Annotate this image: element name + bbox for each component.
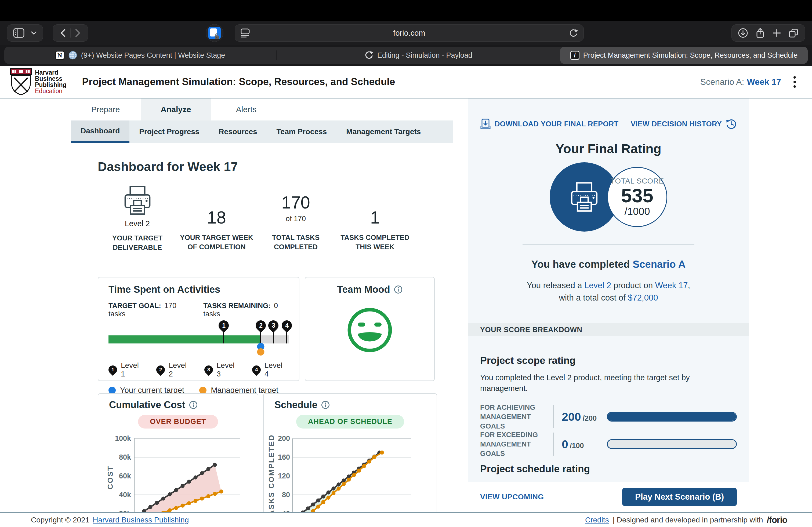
metrics-row: Level 2 YOUR TARGETDELIVERABLE 18 YOUR T… <box>98 188 415 252</box>
downloads-button[interactable] <box>735 25 752 42</box>
hbp-logo-text: Harvard Business Publishing Education <box>35 70 67 94</box>
browser-tab-label: Editing - Simulation - Payload <box>377 51 472 60</box>
metric-subvalue: of 170 <box>286 215 306 223</box>
tab-alerts[interactable]: Alerts <box>211 99 281 120</box>
progress-fill <box>108 335 261 344</box>
divider <box>553 405 554 428</box>
divider <box>553 433 554 456</box>
score-row-value: 0/100 <box>562 438 607 451</box>
score-row-label: FOR EXCEEDINGMANAGEMENT GOALS <box>480 430 547 458</box>
dashboard-title: Dashboard for Week 17 <box>98 159 453 174</box>
tab-analyze[interactable]: Analyze <box>141 99 211 120</box>
metric-caption: YOUR TARGET WEEKOF COMPLETION <box>180 233 253 252</box>
cumulative-cost-chart: 100k80k60k40k20kCOST <box>102 432 252 512</box>
play-next-scenario-button[interactable]: Play Next Scenario (B) <box>622 488 737 506</box>
management-target-dot <box>199 387 206 394</box>
schedule-card: Schedule AHEAD OF SCHEDULE 2001601208040… <box>263 393 437 512</box>
score-bar <box>607 412 737 422</box>
primary-tabs: Prepare Analyze Alerts <box>70 99 468 120</box>
scope-rating-title: Project scope rating <box>480 355 737 366</box>
download-final-report-link[interactable]: DOWNLOAD YOUR FINAL REPORT <box>480 118 619 130</box>
tab-overview-button[interactable] <box>785 25 802 42</box>
info-icon[interactable] <box>321 401 330 409</box>
notion-icon: N <box>55 51 64 60</box>
schedule-status-badge: AHEAD OF SCHEDULE <box>296 415 404 428</box>
metric-tasks-this-week: 1 TASKS COMPLETEDTHIS WEEK <box>335 188 415 252</box>
time-spent-card: Time Spent on Activities TARGET GOAL:170… <box>98 277 300 381</box>
refresh-icon[interactable] <box>568 28 578 38</box>
secondary-tabs: Dashboard Project Progress Resources Tea… <box>71 120 453 143</box>
credits-link[interactable]: Credits <box>585 516 609 524</box>
browser-tab-label: Project Management Simulation: Scope, Re… <box>583 51 798 60</box>
level-pin: 2 <box>253 318 268 333</box>
metric-caption: TASKS COMPLETEDTHIS WEEK <box>340 233 409 252</box>
sidebar-chevron-button[interactable] <box>28 25 40 42</box>
printer-icon-white <box>568 180 601 214</box>
score-row-value: 200/200 <box>562 410 607 423</box>
level-pin: 1 <box>217 318 231 333</box>
browser-tab-1[interactable]: N (9+) Website Pages Content | Website S… <box>4 47 276 64</box>
schedule-card-title: Schedule <box>274 399 317 410</box>
forward-button[interactable] <box>71 25 85 42</box>
page-title: Project Management Simulation: Scope, Re… <box>82 76 395 88</box>
kebab-menu-icon[interactable] <box>794 76 796 88</box>
svg-text:80k: 80k <box>119 453 131 461</box>
final-rating-title: Your Final Rating <box>480 141 737 156</box>
subtab-resources[interactable]: Resources <box>209 120 267 143</box>
cumulative-cost-card: Cumulative Cost OVER BUDGET 100k80k60k40… <box>98 393 258 512</box>
share-button[interactable] <box>752 25 769 42</box>
info-icon[interactable] <box>189 401 198 409</box>
browser-tab-label: (9+) Website Pages Content | Website Sta… <box>81 51 225 60</box>
tabs-icon <box>788 28 799 39</box>
pin-icon: 3 <box>202 364 215 376</box>
view-upcoming-link[interactable]: VIEW UPCOMING <box>480 493 544 501</box>
svg-text:20k: 20k <box>119 510 131 512</box>
sidebar-toggle-button[interactable] <box>10 25 28 42</box>
schedule-chart: 2001601208040TASKS COMPLETED <box>266 432 427 512</box>
hbp-footer-link[interactable]: Harvard Business Publishing <box>93 516 189 524</box>
completed-heading: You have completed Scenario A <box>480 259 737 270</box>
metric-value: 1 <box>370 208 380 228</box>
sync-icon <box>364 51 374 60</box>
divider <box>523 244 694 245</box>
download-report-icon <box>480 118 491 130</box>
url-bar[interactable]: forio.com <box>235 25 584 42</box>
new-tab-button[interactable] <box>769 25 785 42</box>
svg-text:200: 200 <box>278 434 290 442</box>
total-score-value: 535 <box>621 185 653 206</box>
printer-icon <box>121 184 154 216</box>
info-icon[interactable] <box>394 285 403 294</box>
tab-prepare[interactable]: Prepare <box>70 99 141 120</box>
progress-track <box>108 335 289 344</box>
svg-text:120: 120 <box>278 472 290 480</box>
metric-caption: TOTAL TASKSCOMPLETED <box>272 233 320 252</box>
metric-target-week: 18 YOUR TARGET WEEKOF COMPLETION <box>177 188 256 252</box>
page-footer: Copyright © 2021 Harvard Business Publis… <box>0 512 812 527</box>
back-button[interactable] <box>56 25 70 42</box>
pin-icon: 1 <box>106 364 119 376</box>
browser-tab-3-active[interactable]: / Project Management Simulation: Scope, … <box>560 47 808 64</box>
time-card-title: Time Spent on Activities <box>108 284 289 295</box>
reader-icon[interactable] <box>240 28 250 38</box>
pin-icon: 4 <box>250 364 262 376</box>
scenario-a-link[interactable]: Scenario A <box>633 259 685 270</box>
browser-tab-2[interactable]: Editing - Simulation - Payload <box>277 47 560 64</box>
nav-button-group <box>53 25 88 42</box>
extension-button[interactable] <box>206 24 223 42</box>
release-summary: You released a Level 2 product on Week 1… <box>480 279 737 304</box>
forward-icon <box>74 28 82 39</box>
toolbar-right-group <box>731 25 805 42</box>
browser-tabstrip: N (9+) Website Pages Content | Website S… <box>0 45 812 66</box>
total-score-circle: TOTAL SCORE 535 /1000 <box>607 167 667 227</box>
total-score-visual: TOTAL SCORE 535 /1000 <box>480 162 737 232</box>
current-target-dot <box>108 387 116 394</box>
svg-text:160: 160 <box>278 453 290 461</box>
subtab-management-targets[interactable]: Management Targets <box>336 120 431 143</box>
metric-value: 170 <box>281 193 310 212</box>
subtab-dashboard[interactable]: Dashboard <box>71 120 129 143</box>
subtab-project-progress[interactable]: Project Progress <box>129 120 209 143</box>
view-decision-history-link[interactable]: VIEW DECISION HISTORY <box>631 118 737 130</box>
metric-value: 18 <box>207 208 226 228</box>
subtab-team-process[interactable]: Team Process <box>267 120 337 143</box>
total-score-denominator: /1000 <box>624 206 650 217</box>
